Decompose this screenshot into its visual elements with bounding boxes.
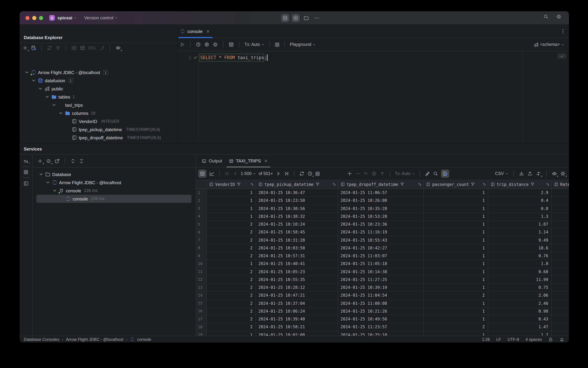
- grid-row-5[interactable]: 522024-01-25 10:10:242024-01-25 10:23:36…: [196, 221, 569, 229]
- row-number[interactable]: 11: [196, 268, 207, 276]
- grid-row-13[interactable]: 1322024-01-25 10:28:122024-01-25 10:39:1…: [196, 284, 569, 292]
- cell-tpep_pickup_datetime[interactable]: 2024-01-25 10:55:35: [256, 276, 338, 284]
- cell-trip_distance[interactable]: 0.76: [488, 252, 552, 260]
- cell-tpep_pickup_datetime[interactable]: 2024-01-25 10:28:12: [256, 284, 338, 291]
- view-options-eye-icon[interactable]: [552, 171, 557, 176]
- cell-tpep_dropoff_datetime[interactable]: 2024-01-25 11:23:57: [338, 323, 424, 331]
- tx-strip-button[interactable]: Tx: [24, 159, 28, 164]
- cell-passenger_count[interactable]: 1: [424, 331, 488, 336]
- cell-trip_distance[interactable]: 0.4: [488, 197, 552, 204]
- tab-options-icon[interactable]: [560, 28, 566, 34]
- cell-vendorid[interactable]: 1: [207, 331, 256, 336]
- row-number[interactable]: 2: [196, 197, 207, 204]
- cell-trip_distance[interactable]: 0.8: [488, 205, 552, 212]
- grid-view-button[interactable]: [198, 170, 206, 178]
- results-tx-mode-select[interactable]: Tx: Auto: [395, 171, 415, 176]
- cell-rate[interactable]: [552, 229, 569, 236]
- grid-row-1[interactable]: 112024-01-25 10:36:472024-01-25 11:06:57…: [196, 189, 569, 197]
- grid-row-4[interactable]: 412024-01-25 10:38:322024-01-25 10:53:20…: [196, 213, 569, 221]
- row-number[interactable]: 12: [196, 276, 207, 284]
- revert-icon[interactable]: [363, 171, 369, 176]
- tree-item-arrow-flight-jdbc-localhost[interactable]: Arrow Flight JDBC - @localhost1: [20, 68, 177, 76]
- tree-item-vendorid[interactable]: VendorIDINTEGER: [20, 117, 177, 125]
- cell-rate[interactable]: [552, 236, 569, 244]
- horizontal-splitter[interactable]: [20, 142, 569, 144]
- expand-all-icon[interactable]: [70, 158, 76, 164]
- filter-funnel-icon[interactable]: [471, 182, 475, 186]
- console-settings-gear-icon[interactable]: [213, 42, 218, 47]
- datasource-properties-button[interactable]: [31, 45, 36, 51]
- cell-tpep_dropoff_datetime[interactable]: 2024-01-25 10:21:26: [338, 307, 424, 315]
- cell-tpep_dropoff_datetime[interactable]: 2024-01-25 10:25:10: [338, 331, 424, 336]
- tree-item-public[interactable]: public: [20, 85, 177, 93]
- tree-item-taxi-trips[interactable]: taxi_trips: [20, 101, 177, 109]
- grid-row-19[interactable]: 1912024-01-25 10:02:082024-01-25 10:25:1…: [196, 331, 569, 336]
- playground-select[interactable]: Playground: [290, 42, 316, 47]
- cell-passenger_count[interactable]: 1: [424, 221, 488, 228]
- stop-button[interactable]: [275, 42, 279, 47]
- column-header-vendorid[interactable]: VendorID: [207, 180, 256, 189]
- close-icon[interactable]: [264, 159, 268, 163]
- cell-passenger_count[interactable]: 1: [424, 213, 488, 220]
- cell-tpep_dropoff_datetime[interactable]: 2024-01-25 10:23:36: [338, 221, 424, 228]
- indent-size[interactable]: 4 spaces: [526, 337, 542, 342]
- column-header-passenger_count[interactable]: passenger_count: [424, 180, 488, 189]
- row-number[interactable]: 15: [196, 300, 207, 307]
- import-download-icon[interactable]: [519, 171, 524, 176]
- cell-rate[interactable]: [552, 284, 569, 291]
- editor-content[interactable]: 1 SELECT * FROM taxi_trips;: [178, 52, 569, 142]
- filter-funnel-icon[interactable]: [400, 182, 404, 186]
- cell-tpep_pickup_datetime[interactable]: 2024-01-25 10:47:21: [256, 292, 338, 299]
- cell-rate[interactable]: [552, 213, 569, 220]
- service-item-database[interactable]: Database: [33, 170, 196, 178]
- cell-tpep_dropoff_datetime[interactable]: 2024-01-25 10:26:08: [338, 197, 424, 204]
- stop-strip-button[interactable]: [24, 170, 28, 174]
- result-view-table-icon[interactable]: [229, 42, 234, 47]
- auto-refresh-clock-icon[interactable]: [307, 171, 313, 176]
- grid-row-16[interactable]: 1622024-01-25 10:06:242024-01-25 10:21:2…: [196, 307, 569, 315]
- cell-vendorid[interactable]: 1: [207, 205, 256, 212]
- row-number[interactable]: 6: [196, 229, 207, 236]
- cell-rate[interactable]: [552, 331, 569, 336]
- row-number[interactable]: 19: [196, 331, 207, 336]
- row-number[interactable]: 7: [196, 236, 207, 244]
- cell-vendorid[interactable]: 2: [207, 315, 256, 323]
- disconnect-button[interactable]: [55, 45, 61, 51]
- cell-tpep_dropoff_datetime[interactable]: 2024-01-25 11:06:57: [338, 189, 424, 197]
- row-number[interactable]: 16: [196, 307, 207, 315]
- cell-trip_distance[interactable]: 1.8: [488, 260, 552, 268]
- cell-tpep_pickup_datetime[interactable]: 2024-01-25 10:58:21: [256, 323, 338, 331]
- cell-passenger_count[interactable]: 1: [424, 205, 488, 212]
- column-header-trip_distance[interactable]: trip_distance: [488, 180, 552, 189]
- collapse-all-icon[interactable]: [79, 158, 84, 164]
- cell-rate[interactable]: [552, 197, 569, 204]
- cell-trip_distance[interactable]: 1.47: [488, 323, 552, 331]
- cell-vendorid[interactable]: 2: [207, 268, 256, 276]
- tree-item-datafusion[interactable]: datafusion1: [20, 76, 177, 85]
- run-playground-button[interactable]: [292, 14, 300, 22]
- cell-vendorid[interactable]: 2: [207, 244, 256, 252]
- database-tool-button[interactable]: [281, 14, 289, 22]
- cell-tpep_dropoff_datetime[interactable]: 2024-01-25 10:53:20: [338, 213, 424, 220]
- more-tools-button[interactable]: [313, 14, 321, 22]
- cell-tpep_dropoff_datetime[interactable]: 2024-01-25 10:42:27: [338, 244, 424, 252]
- cell-tpep_dropoff_datetime[interactable]: 2024-01-25 10:49:56: [338, 315, 424, 323]
- cell-passenger_count[interactable]: 1: [424, 276, 488, 284]
- vcs-menu[interactable]: Version control: [84, 15, 118, 20]
- find-icon[interactable]: [433, 171, 438, 176]
- chevron-down-icon[interactable]: [38, 172, 44, 177]
- service-item-arrow-flight-jdbc-localhost[interactable]: Arrow Flight JDBC - @localhost: [33, 178, 196, 186]
- cell-tpep_dropoff_datetime[interactable]: 2024-01-25 11:00:08: [338, 300, 424, 307]
- tree-item-columns[interactable]: columns19: [20, 109, 177, 117]
- cell-passenger_count[interactable]: 1: [424, 307, 488, 315]
- sort-icon[interactable]: [250, 182, 254, 186]
- cell-passenger_count[interactable]: 1: [424, 268, 488, 276]
- service-item-console[interactable]: console126 ms: [33, 186, 196, 195]
- cell-tpep_pickup_datetime[interactable]: 2024-01-25 10:40:41: [256, 260, 338, 268]
- cell-trip_distance[interactable]: 11.99: [488, 276, 552, 284]
- ddl-button[interactable]: DDL: [88, 46, 96, 50]
- row-number[interactable]: 14: [196, 292, 207, 299]
- delete-row-button[interactable]: [355, 171, 361, 176]
- goto-ddl-icon[interactable]: [99, 45, 105, 51]
- breadcrumb-item[interactable]: Database Consoles: [24, 337, 59, 342]
